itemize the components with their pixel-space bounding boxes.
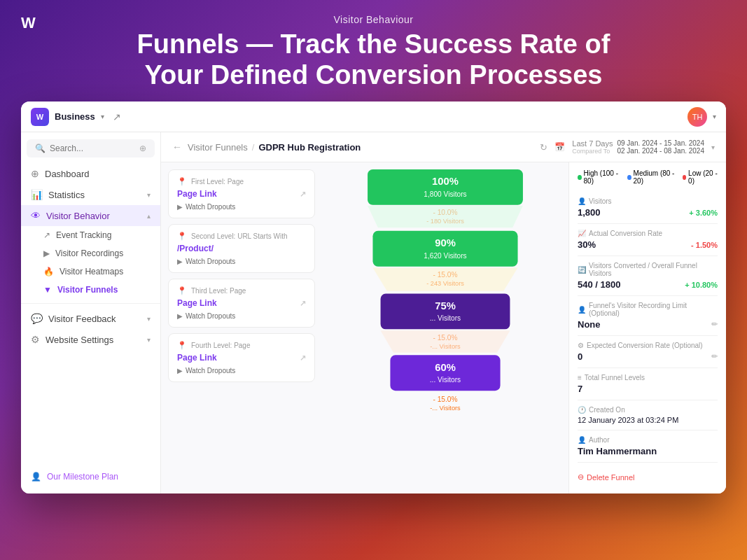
sidebar-item-label: Visitor Feedback xyxy=(48,314,116,324)
header-title: Funnels — Track the Success Rate of Your… xyxy=(21,29,726,90)
search-input[interactable] xyxy=(50,144,135,153)
expected-conversion-value: 0 ✏ xyxy=(578,351,718,362)
avatar-chevron-icon[interactable]: ▾ xyxy=(713,113,716,120)
author-value: Tim Hammermann xyxy=(578,446,718,456)
date-range[interactable]: Last 7 Days Compared To 09 Jan. 2024 - 1… xyxy=(572,139,704,155)
sidebar-sub-item-visitor-recordings[interactable]: ▶ Visitor Recordings xyxy=(21,244,160,262)
svg-rect-12 xyxy=(381,294,510,330)
workspace-logo-icon: W xyxy=(31,108,49,126)
sidebar-sub-item-visitor-heatmaps[interactable]: 🔥 Visitor Heatmaps xyxy=(21,262,160,281)
metric-expected-conversion: ⚙ Expected Conversion Rate (Optional) 0 … xyxy=(578,336,718,368)
expected-conversion-label: ⚙ Expected Conversion Rate (Optional) xyxy=(578,342,718,349)
play-icon-3: ▶ xyxy=(177,312,183,320)
step-2-icon: 📍 xyxy=(177,232,187,241)
sidebar-item-label: Dashboard xyxy=(45,169,90,179)
date-chevron-icon[interactable]: ▾ xyxy=(711,144,715,151)
sidebar-item-statistics[interactable]: 📊 Statistics ▾ xyxy=(21,184,160,205)
expected-conversion-edit-icon[interactable]: ✏ xyxy=(711,352,718,361)
website-settings-chevron-icon: ▾ xyxy=(147,336,151,344)
svg-text:-... Visitors: -... Visitors xyxy=(430,405,461,412)
step-1-watch-dropouts[interactable]: ▶ Watch Dropouts xyxy=(177,203,306,211)
conversion-icon: 📈 xyxy=(578,230,586,237)
metric-created-on: 🕐 Created On 12 January 2023 at 03:24 PM xyxy=(578,400,718,430)
legend-low-dot xyxy=(683,175,687,180)
sidebar-sub-item-visitor-funnels[interactable]: ▼ Visitor Funnels xyxy=(21,281,160,299)
funnel-steps-panel: 📍 First Level: Page Page Link ↗ ▶ Watch … xyxy=(161,162,322,493)
recording-icon: 👤 xyxy=(578,306,586,314)
expected-icon: ⚙ xyxy=(578,342,584,349)
dashboard-icon: ⊕ xyxy=(31,168,39,179)
header-subtitle: Visitor Behaviour xyxy=(21,14,726,25)
search-icon: 🔍 xyxy=(35,144,46,153)
legend-medium-label: Medium (80 - 20) xyxy=(634,169,676,185)
funnel-step-4: 📍 Fourth Level: Page Page Link ↗ ▶ Watch… xyxy=(168,333,315,382)
play-icon-4: ▶ xyxy=(177,367,183,374)
funnel-step-2: 📍 Second Level: URL Starts With /Product… xyxy=(168,224,315,273)
legend-low-label: Low (20 - 0) xyxy=(688,169,718,185)
metric-visitors-value: 1,800 + 3.60% xyxy=(578,207,718,218)
sidebar-item-website-settings[interactable]: ⚙ Website Settings ▾ xyxy=(21,329,160,350)
created-on-label: 🕐 Created On xyxy=(578,406,718,414)
step-3-share-icon[interactable]: ↗ xyxy=(300,299,306,308)
recording-limit-edit-icon[interactable]: ✏ xyxy=(711,320,718,329)
visitor-feedback-icon: 💬 xyxy=(31,313,43,324)
top-bar: W Business ▾ ↗ TH ▾ xyxy=(21,102,726,132)
svg-text:- 15.0%: - 15.0% xyxy=(433,396,457,403)
sidebar-item-visitor-behavior[interactable]: 👁 Visitor Behavior ▴ xyxy=(21,205,160,226)
workspace-chevron-icon[interactable]: ▾ xyxy=(101,113,104,120)
sidebar-divider xyxy=(21,303,160,304)
back-icon[interactable]: ← xyxy=(172,141,182,153)
milestone-icon: 👤 xyxy=(31,472,41,482)
breadcrumb-separator: / xyxy=(252,142,255,153)
search-bar[interactable]: 🔍 ⊕ xyxy=(27,139,155,158)
breadcrumb-parent[interactable]: Visitor Funnels xyxy=(188,142,248,153)
svg-text:60%: 60% xyxy=(435,362,456,373)
sidebar-item-label: Website Settings xyxy=(46,335,113,345)
statistics-chevron-icon: ▾ xyxy=(147,191,151,199)
step-4-icon: 📍 xyxy=(177,341,187,350)
breadcrumb: Visitor Funnels / GDPR Hub Registration xyxy=(188,142,361,153)
svg-rect-6 xyxy=(372,231,517,267)
step-1-link[interactable]: Page Link ↗ xyxy=(177,189,306,199)
sidebar-item-visitor-feedback[interactable]: 💬 Visitor Feedback ▾ xyxy=(21,308,160,329)
play-icon: ▶ xyxy=(177,203,183,211)
sidebar-item-label: Statistics xyxy=(48,190,85,200)
visitor-funnels-icon: ▼ xyxy=(43,285,52,295)
recording-limit-label: 👤 Funnel's Visitor Recording Limit (Opti… xyxy=(578,302,718,317)
step-1-icon: 📍 xyxy=(177,177,187,186)
step-3-link[interactable]: Page Link ↗ xyxy=(177,298,306,308)
svg-marker-5 xyxy=(368,206,523,227)
compared-to-label: Compared To xyxy=(572,148,613,155)
app-body: 🔍 ⊕ ⊕ Dashboard 📊 Statistics ▾ 👁 Visitor… xyxy=(21,132,726,493)
step-4-share-icon[interactable]: ↗ xyxy=(300,354,306,363)
legend-high: High (100 - 80) xyxy=(578,169,620,185)
share-icon[interactable]: ↗ xyxy=(113,111,121,122)
step-1-label: First Level: Page xyxy=(191,178,244,186)
step-4-watch-dropouts[interactable]: ▶ Watch Dropouts xyxy=(177,367,306,374)
avatar[interactable]: TH xyxy=(687,107,707,127)
refresh-icon[interactable]: ↻ xyxy=(540,142,547,153)
step-3-watch-dropouts[interactable]: ▶ Watch Dropouts xyxy=(177,312,306,320)
date-range-values: 09 Jan. 2024 - 15 Jan. 2024 02 Jan. 2024… xyxy=(617,139,704,155)
converted-icon: 🔄 xyxy=(578,266,586,274)
visitor-behavior-icon: 👁 xyxy=(31,210,41,221)
content-body: 📍 First Level: Page Page Link ↗ ▶ Watch … xyxy=(161,162,726,493)
sidebar: 🔍 ⊕ ⊕ Dashboard 📊 Statistics ▾ 👁 Visitor… xyxy=(21,132,161,493)
search-settings-icon[interactable]: ⊕ xyxy=(139,144,146,153)
svg-marker-17 xyxy=(381,331,510,353)
step-2-link[interactable]: /Product/ xyxy=(177,244,306,253)
step-4-link[interactable]: Page Link ↗ xyxy=(177,353,306,363)
sidebar-item-dashboard[interactable]: ⊕ Dashboard xyxy=(21,163,160,184)
step-1-header: 📍 First Level: Page xyxy=(177,177,306,186)
step-1-share-icon[interactable]: ↗ xyxy=(300,190,306,199)
step-2-label: Second Level: URL Starts With xyxy=(191,232,287,240)
conversion-rate-value: 30% - 1.50% xyxy=(578,239,718,250)
delete-funnel-button[interactable]: ⊖ Delete Funnel xyxy=(578,470,718,484)
header-section: Visitor Behaviour Funnels — Track the Su… xyxy=(21,14,726,90)
sidebar-sub-item-event-tracking[interactable]: ↗ Event Tracking xyxy=(21,226,160,244)
metric-visitors-label: 👤 Visitors xyxy=(578,197,718,205)
sidebar-item-milestone[interactable]: 👤 Our Milestone Plan xyxy=(21,467,160,486)
content-header-right: ↻ 📅 Last 7 Days Compared To 09 Jan. 2024… xyxy=(540,139,715,155)
svg-text:... Visitors: ... Visitors xyxy=(430,377,461,384)
step-2-watch-dropouts[interactable]: ▶ Watch Dropouts xyxy=(177,258,306,265)
